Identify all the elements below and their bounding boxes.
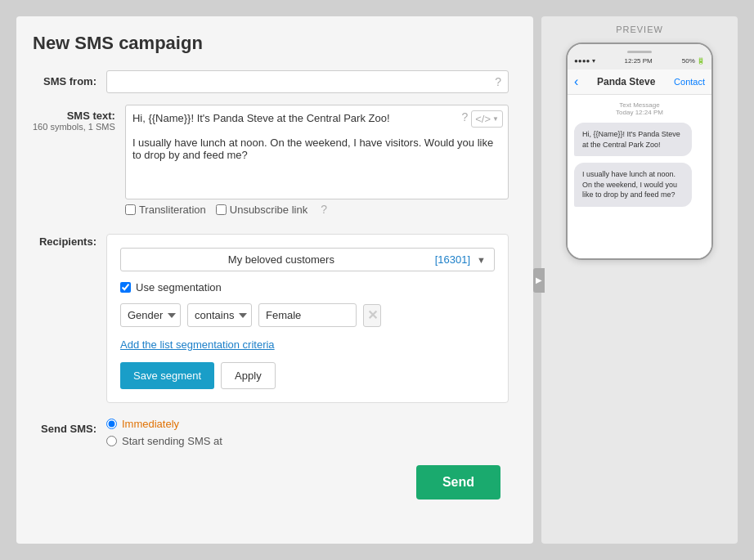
send-sms-row: Send SMS: Immediately Start sending SMS …	[33, 418, 509, 452]
sms-text-control: Hi, {{Name}}! It's Panda Steve at the Ce…	[125, 105, 509, 219]
segment-field-select[interactable]: Gender	[120, 303, 181, 327]
page-title: New SMS campaign	[33, 33, 509, 54]
use-segmentation-row: Use segmentation	[120, 281, 495, 293]
phone-contact-button: Contact	[674, 77, 705, 87]
message-timestamp: Text MessageToday 12:24 PM	[574, 101, 705, 116]
sms-text-wrapper: Hi, {{Name}}! It's Panda Steve at the Ce…	[125, 105, 509, 199]
remove-criteria-button[interactable]: ✕	[363, 304, 381, 327]
immediately-option: Immediately	[106, 418, 509, 430]
send-button[interactable]: Send	[416, 465, 500, 500]
add-criteria-link[interactable]: Add the list segmentation criteria	[120, 338, 275, 351]
immediately-radio[interactable]	[106, 419, 117, 429]
recipients-control: My beloved customers [16301] ▼ Use segme…	[106, 231, 509, 403]
recipients-label: Recipients:	[33, 231, 106, 248]
save-segment-button[interactable]: Save segment	[120, 362, 214, 389]
phone-mockup: ●●●● ▾ 12:25 PM 50% 🔋 ‹ Panda Steve Cont…	[566, 43, 713, 260]
recipients-row: Recipients: My beloved customers [16301]…	[33, 231, 509, 403]
immediately-label[interactable]: Immediately	[122, 418, 179, 430]
recipients-section: My beloved customers [16301] ▼ Use segme…	[106, 234, 509, 403]
apply-button[interactable]: Apply	[221, 362, 276, 389]
sms-text-help-icon[interactable]: ?	[461, 110, 468, 128]
checkboxes-help-icon[interactable]: ?	[321, 203, 327, 216]
send-sms-control: Immediately Start sending SMS at	[106, 418, 509, 452]
sms-text-row: SMS text: 160 symbols, 1 SMS Hi, {{Name}…	[33, 105, 509, 219]
phone-back-icon: ‹	[574, 74, 578, 89]
checkboxes-row: Transliteration Unsubscribe link ?	[125, 203, 509, 216]
sms-text-sublabel: 160 symbols, 1 SMS	[33, 122, 115, 132]
right-panel: ▶ PREVIEW ●●●● ▾ 12:25 PM 50% 🔋 ‹ Panda …	[541, 16, 738, 544]
recipients-dropdown[interactable]: My beloved customers [16301] ▼	[120, 248, 495, 271]
sms-text-label: SMS text: 160 symbols, 1 SMS	[33, 105, 125, 132]
collapse-button[interactable]: ▶	[533, 268, 545, 293]
phone-contact-name: Panda Steve	[597, 76, 655, 87]
textarea-icons: ? </> ▼	[458, 110, 503, 128]
start-sending-label[interactable]: Start sending SMS at	[122, 435, 222, 447]
transliteration-checkbox-label[interactable]: Transliteration	[125, 204, 206, 216]
segment-criteria-row: Gender contains ✕	[120, 303, 495, 327]
segmentation-area: Use segmentation Gender contains ✕	[120, 281, 495, 389]
sms-from-help-icon[interactable]: ?	[495, 75, 501, 88]
sms-from-input[interactable]: Panda Steve	[114, 76, 491, 88]
recipients-list-name: My beloved customers	[129, 253, 433, 266]
segment-operator-select[interactable]: contains	[187, 303, 252, 327]
preview-label: PREVIEW	[616, 25, 663, 34]
transliteration-checkbox[interactable]	[125, 204, 136, 215]
phone-battery: 50% 🔋	[682, 57, 705, 65]
phone-time: 12:25 PM	[625, 57, 653, 65]
segment-value-input[interactable]	[258, 303, 357, 327]
start-sending-radio[interactable]	[106, 436, 117, 446]
sms-from-label: SMS from:	[33, 70, 106, 87]
recipients-dropdown-arrow: ▼	[477, 255, 486, 265]
start-sending-option: Start sending SMS at	[106, 435, 509, 447]
sms-from-input-wrapper: Panda Steve ?	[106, 70, 509, 93]
sms-from-row: SMS from: Panda Steve ?	[33, 70, 509, 93]
left-panel: New SMS campaign SMS from: Panda Steve ?…	[16, 16, 533, 544]
recipients-list-count: [16301]	[435, 253, 470, 266]
unsubscribe-link-checkbox[interactable]	[216, 204, 227, 215]
unsubscribe-link-checkbox-label[interactable]: Unsubscribe link	[216, 204, 307, 216]
segment-actions: Save segment Apply	[120, 362, 495, 389]
phone-message-area: Text MessageToday 12:24 PM Hi, {{Name}}!…	[568, 95, 711, 258]
phone-top: ●●●● ▾ 12:25 PM 50% 🔋	[568, 44, 711, 69]
send-btn-row: Send	[33, 465, 509, 500]
use-segmentation-checkbox[interactable]	[120, 282, 131, 293]
sms-text-input[interactable]: Hi, {{Name}}! It's Panda Steve at the Ce…	[126, 105, 508, 195]
phone-status-bar: ●●●● ▾ 12:25 PM 50% 🔋	[568, 56, 711, 66]
sms-from-control: Panda Steve ?	[106, 70, 509, 93]
message-bubble-2: I usually have lunch at noon. On the wee…	[574, 163, 692, 207]
phone-signal: ●●●● ▾	[574, 57, 595, 65]
send-sms-label: Send SMS:	[33, 418, 106, 435]
main-container: New SMS campaign SMS from: Panda Steve ?…	[0, 0, 754, 560]
phone-header: ‹ Panda Steve Contact	[568, 69, 711, 95]
use-segmentation-label[interactable]: Use segmentation	[136, 281, 222, 293]
code-button[interactable]: </> ▼	[471, 110, 503, 128]
collapse-icon: ▶	[536, 276, 542, 284]
phone-speaker	[627, 51, 652, 53]
message-bubble-1: Hi, {{Name}}! It's Panda Steve at the Ce…	[574, 123, 692, 156]
